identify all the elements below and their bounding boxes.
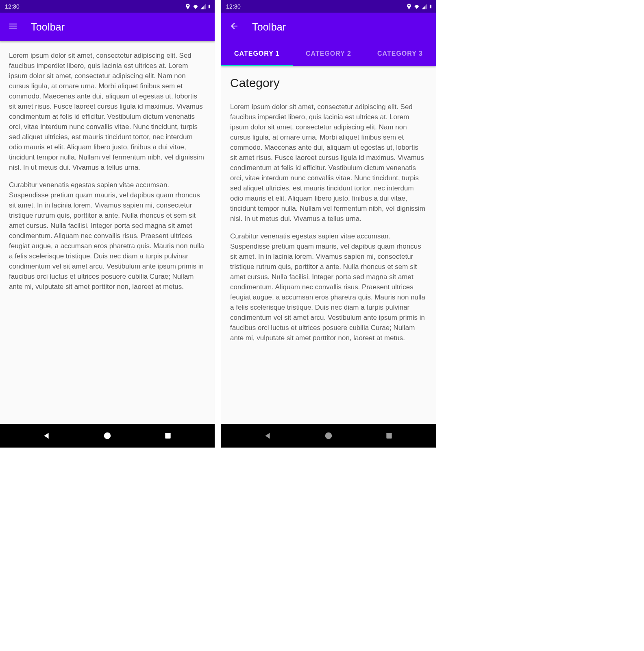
wifi-icon (192, 3, 199, 10)
navigation-bar (0, 424, 215, 448)
menu-icon (8, 21, 18, 33)
wifi-icon (413, 3, 420, 10)
tab-category-2[interactable]: CATEGORY 2 (293, 41, 364, 66)
status-bar: 12:30 (0, 0, 215, 13)
navigation-bar (221, 424, 436, 448)
menu-button[interactable] (3, 17, 23, 37)
page-heading: Category (230, 76, 427, 90)
location-icon (185, 3, 191, 10)
body-paragraph-2: Curabitur venenatis egestas sapien vitae… (9, 180, 206, 292)
svg-point-0 (104, 433, 111, 439)
body-paragraph-1: Lorem ipsum dolor sit amet, consectetur … (9, 51, 206, 173)
tab-label: CATEGORY 2 (306, 50, 351, 57)
phone-left: 12:30 Toolbar Lo (0, 0, 215, 448)
content-area: Lorem ipsum dolor sit amet, consectetur … (0, 41, 215, 424)
back-button[interactable] (224, 17, 244, 37)
nav-recents-key[interactable] (377, 428, 401, 444)
nav-home-key[interactable] (316, 428, 341, 444)
app-bar: Toolbar CATEGORY 1 CATEGORY 2 CATEGORY 3 (221, 13, 436, 66)
body-paragraph-2: Curabitur venenatis egestas sapien vitae… (230, 232, 427, 343)
status-bar: 12:30 (221, 0, 436, 13)
toolbar-title: Toolbar (252, 21, 286, 33)
body-paragraph-1: Lorem ipsum dolor sit amet, consectetur … (230, 102, 427, 224)
tab-category-1[interactable]: CATEGORY 1 (221, 41, 293, 66)
tab-category-3[interactable]: CATEGORY 3 (364, 41, 436, 66)
status-time: 12:30 (226, 3, 241, 10)
nav-back-key[interactable] (35, 428, 59, 444)
phone-right: 12:30 Toolbar (221, 0, 436, 448)
svg-rect-3 (387, 433, 392, 438)
status-icons (406, 3, 433, 10)
signal-icon (421, 3, 428, 10)
tab-bar: CATEGORY 1 CATEGORY 2 CATEGORY 3 (221, 41, 436, 66)
svg-rect-1 (165, 433, 171, 438)
tab-label: CATEGORY 1 (234, 50, 280, 57)
nav-recents-key[interactable] (156, 428, 180, 444)
nav-back-key[interactable] (256, 428, 280, 444)
signal-icon (200, 3, 207, 10)
nav-home-key[interactable] (95, 428, 120, 444)
app-bar: Toolbar (0, 13, 215, 41)
arrow-back-icon (229, 21, 239, 33)
tab-label: CATEGORY 3 (377, 50, 423, 57)
battery-icon (207, 3, 211, 10)
status-time: 12:30 (5, 3, 20, 10)
toolbar-title: Toolbar (31, 21, 65, 33)
battery-icon (429, 3, 433, 10)
status-icons (185, 3, 211, 10)
svg-point-2 (325, 433, 332, 439)
content-area: Category Lorem ipsum dolor sit amet, con… (221, 66, 436, 424)
location-icon (406, 3, 412, 10)
